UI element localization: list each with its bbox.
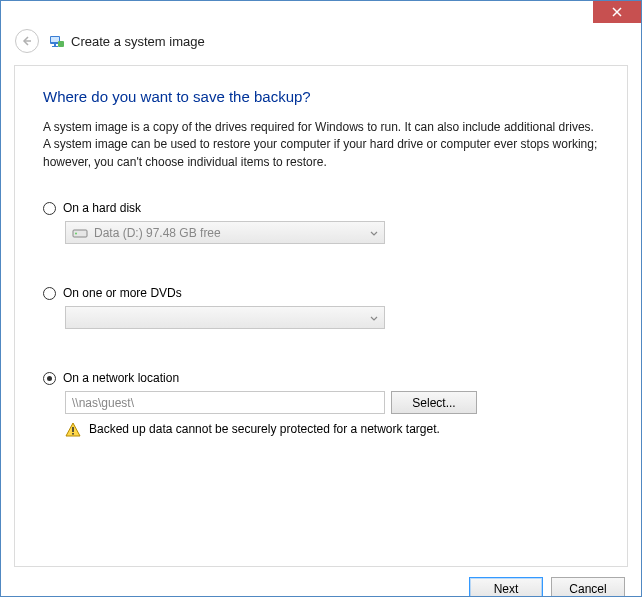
close-button[interactable] [593,1,641,23]
dvd-dropdown[interactable] [65,306,385,329]
footer: Next Cancel [1,567,641,597]
network-path-field[interactable]: \\nas\guest\ [65,391,385,414]
radio-dvd-label[interactable]: On one or more DVDs [63,286,182,300]
option-hard-disk: On a hard disk Data (D:) 97.48 GB free [43,201,599,244]
network-path-text: \\nas\guest\ [72,396,134,410]
window-title: Create a system image [71,34,205,49]
radio-network-label[interactable]: On a network location [63,371,179,385]
network-warning: Backed up data cannot be securely protec… [65,422,599,438]
back-arrow-icon [21,35,33,47]
option-dvd: On one or more DVDs [43,286,599,329]
radio-hard-disk[interactable] [43,202,56,215]
radio-hard-disk-label[interactable]: On a hard disk [63,201,141,215]
svg-rect-4 [58,41,64,47]
svg-rect-2 [54,44,56,46]
drive-icon [72,227,88,239]
chevron-down-icon [370,311,378,325]
titlebar [1,1,641,29]
back-button[interactable] [15,29,39,53]
page-description: A system image is a copy of the drives r… [43,119,599,171]
hard-disk-dropdown-text: Data (D:) 97.48 GB free [94,226,378,240]
svg-rect-7 [72,427,74,432]
radio-dvd[interactable] [43,287,56,300]
option-network: On a network location \\nas\guest\ Selec… [43,371,599,438]
warning-icon [65,422,81,438]
svg-rect-1 [51,37,59,42]
svg-rect-8 [72,433,74,435]
network-warning-text: Backed up data cannot be securely protec… [89,422,440,436]
cancel-button[interactable]: Cancel [551,577,625,597]
page-heading: Where do you want to save the backup? [43,88,599,105]
content-panel: Where do you want to save the backup? A … [14,65,628,567]
radio-network[interactable] [43,372,56,385]
hard-disk-dropdown[interactable]: Data (D:) 97.48 GB free [65,221,385,244]
svg-point-6 [75,232,77,234]
next-button[interactable]: Next [469,577,543,597]
svg-rect-3 [52,46,58,47]
header: Create a system image [1,29,641,59]
select-button[interactable]: Select... [391,391,477,414]
chevron-down-icon [370,226,378,240]
close-icon [612,7,622,17]
system-image-icon [49,33,65,49]
